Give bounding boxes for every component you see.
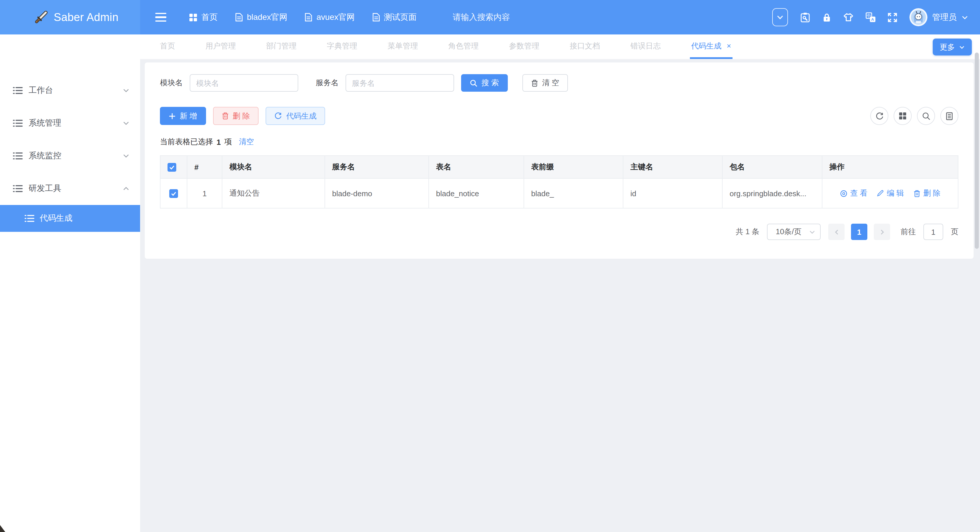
list-icon [13,185,23,193]
chevron-down-icon [961,14,968,21]
col-header-actions: 操作 [822,156,958,178]
delete-row-link[interactable]: 删 除 [913,188,940,199]
cell-service: blade-demo [325,178,429,208]
nav-item-test-page[interactable]: 测试页面 [372,12,417,22]
sidebar: 工作台 系统管理 [0,35,140,532]
tab-code-generation[interactable]: 代码生成 × [690,35,732,59]
topbar-search-input[interactable]: 请输入搜索内容 [453,12,570,22]
chevron-left-icon [833,229,840,235]
lock-icon[interactable] [822,13,831,22]
theme-tshirt-icon[interactable] [843,13,853,22]
tab-dictionary-management[interactable]: 字典管理 [326,35,358,59]
svg-text:A: A [871,17,874,22]
nav-item-bladex[interactable]: bladex官网 [235,12,288,22]
more-tabs-button[interactable]: 更多 [933,38,972,56]
sidebar-item-label: 工作台 [29,85,53,96]
document-icon [305,13,313,22]
sidebar-item-label: 代码生成 [40,213,72,224]
goto-label: 前往 [900,226,916,237]
cell-pk: id [623,178,722,208]
tab-bar: 首页 用户管理 部门管理 字典管理 菜单管理 角色管理 参数管理 接口文档 错误… [140,35,980,60]
search-button[interactable]: 搜 索 [461,74,508,92]
tab-error-log[interactable]: 错误日志 [629,35,662,59]
menu-collapse-icon[interactable] [151,7,172,28]
tab-department-management[interactable]: 部门管理 [265,35,298,59]
tab-role-management[interactable]: 角色管理 [447,35,480,59]
module-name-input[interactable] [190,74,298,92]
cell-index: 1 [187,178,222,208]
vertical-scrollbar[interactable] [975,53,979,249]
clipboard-tools-icon[interactable] [800,12,810,22]
translate-icon[interactable]: 中 A [865,12,875,22]
clear-selection-link[interactable]: 清空 [239,137,254,147]
check-icon [169,164,175,170]
next-page-button[interactable] [874,224,890,240]
refresh-button[interactable] [870,107,888,125]
user-menu[interactable]: 管理员 [909,8,968,26]
selection-suffix: 项 [224,137,232,147]
top-nav: 首页 bladex官网 avuex官网 [140,0,980,35]
trash-icon [913,190,921,197]
app-title: Saber Admin [54,11,118,24]
tab-menu-management[interactable]: 菜单管理 [387,35,419,59]
nav-home-label: 首页 [201,12,218,22]
column-settings-button[interactable] [894,107,912,125]
view-row-link[interactable]: 查 看 [840,188,867,199]
density-menu-button[interactable] [940,107,958,125]
list-icon [13,152,23,160]
app-logo: Saber Admin [0,0,140,35]
col-header-prefix: 表前缀 [524,156,623,178]
col-header-index: # [187,156,222,178]
chevron-right-icon [879,229,885,235]
tab-api-docs[interactable]: 接口文档 [568,35,601,59]
nav-item-home[interactable]: 首页 [189,12,218,22]
sidebar-item-workbench[interactable]: 工作台 [0,74,140,107]
collapse-chevron-button[interactable] [772,8,788,26]
table-tool-icons [870,107,958,125]
fullscreen-icon[interactable] [888,13,897,22]
sidebar-item-code-generation[interactable]: 代码生成 [0,205,140,232]
goto-unit: 页 [951,226,958,237]
tab-home[interactable]: 首页 [159,35,176,59]
chevron-down-icon [959,44,965,50]
select-all-checkbox[interactable] [167,163,176,172]
service-name-input[interactable] [345,74,454,92]
tab-user-management[interactable]: 用户管理 [204,35,237,59]
prev-page-button[interactable] [828,224,845,240]
edit-row-link[interactable]: 编 辑 [877,188,904,199]
nav-item-avuex[interactable]: avuex官网 [305,12,355,22]
clear-button[interactable]: 清 空 [522,74,568,92]
tab-parameter-management[interactable]: 参数管理 [508,35,541,59]
module-name-label: 模块名 [160,78,183,88]
page-size-select[interactable]: 10条/页 [767,224,821,240]
selection-info: 当前表格已选择 1 项 清空 [160,137,958,147]
code-generation-panel: 模块名 服务名 搜 索 清 空 新 增 [145,62,974,259]
delete-button[interactable]: 删 除 [213,107,259,125]
sidebar-item-dev-tools[interactable]: 研发工具 [0,172,140,205]
sidebar-item-system-monitor[interactable]: 系统监控 [0,140,140,172]
close-tab-icon[interactable]: × [727,42,731,49]
col-header-pk: 主键名 [623,156,722,178]
current-page-button[interactable]: 1 [851,224,867,240]
add-button[interactable]: 新 增 [160,107,206,125]
cell-module: 通知公告 [222,178,325,208]
main-content: 模块名 服务名 搜 索 清 空 新 增 [140,60,980,532]
topbar-actions: 中 A [772,8,968,26]
trash-icon [221,112,229,120]
sidebar-item-system-management[interactable]: 系统管理 [0,107,140,140]
grid-squares-icon [189,13,197,21]
chevron-down-icon [809,229,815,235]
code-generation-table: # 模块名 服务名 表名 表前缀 主键名 包名 操作 [160,155,958,209]
goto-page-input[interactable] [923,224,943,240]
selection-count: 1 [216,137,221,146]
grid-icon [899,112,907,120]
pencil-icon [877,190,884,197]
total-count: 共 1 条 [736,226,759,237]
code-generate-button[interactable]: 代码生成 [266,107,325,125]
row-checkbox[interactable] [169,189,178,198]
search-icon [922,112,930,120]
eye-icon [840,190,847,197]
list-icon [13,86,23,95]
nav-test-label: 测试页面 [384,12,417,22]
search-toggle-button[interactable] [917,107,935,125]
